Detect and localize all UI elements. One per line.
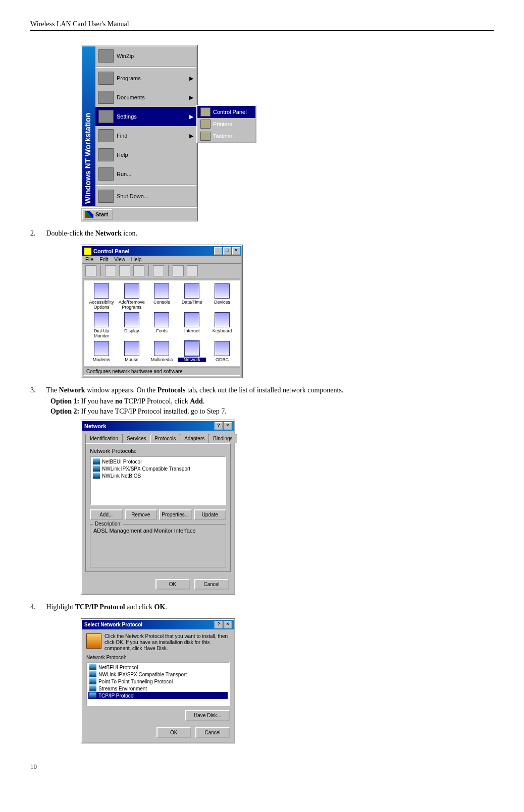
cpl-dialup[interactable]: Dial-Up Monitor — [87, 312, 116, 339]
step-number: 2. — [30, 229, 44, 238]
control-panel-icon — [84, 248, 91, 255]
startmenu-label: WinZip — [117, 53, 134, 59]
step-text: icon. — [122, 229, 137, 237]
option-bold: no — [115, 397, 123, 405]
tab-identification[interactable]: Identification — [85, 434, 123, 443]
tab-adapters[interactable]: Adapters — [180, 434, 209, 443]
protocols-listbox[interactable]: NetBEUI Protocol NWLink IPX/SPX Compatib… — [90, 456, 226, 505]
minimize-button[interactable]: _ — [214, 247, 222, 255]
step-2: 2. Double-click the Network icon. — [30, 229, 494, 238]
list-item-label: NetBEUI Protocol — [98, 665, 138, 670]
cpl-label: Modems — [87, 358, 116, 363]
toolbar-icon[interactable] — [187, 265, 198, 276]
cpl-label: Mouse — [118, 358, 146, 363]
cancel-button[interactable]: Cancel — [194, 579, 229, 590]
cpl-devices[interactable]: Devices — [208, 283, 236, 310]
menubar: File Edit View Help — [82, 256, 241, 263]
tab-bindings[interactable]: Bindings — [208, 434, 237, 443]
step-4: 4. Highlight TCP/IP Protocol and click O… — [30, 603, 494, 611]
tab-protocols[interactable]: Protocols — [150, 434, 181, 443]
cpl-datetime[interactable]: Date/Time — [178, 283, 206, 310]
toolbar-icon[interactable] — [133, 265, 144, 276]
list-item[interactable]: NetBEUI Protocol — [88, 664, 228, 671]
cpl-label: Devices — [208, 300, 236, 305]
protocol-icon — [89, 685, 96, 691]
cpl-internet[interactable]: Internet — [178, 312, 206, 339]
startmenu-item-documents[interactable]: Documents ▶ — [95, 88, 196, 107]
menu-view[interactable]: View — [114, 257, 125, 262]
option-2: Option 2: If you have TCP/IP Protocol in… — [50, 408, 494, 416]
toolbar-icon[interactable] — [153, 265, 164, 276]
maximize-button[interactable]: □ — [223, 247, 231, 255]
cpl-multimedia[interactable]: Multimedia — [148, 341, 176, 363]
windows-flag-icon — [85, 211, 93, 218]
list-item[interactable]: Streams Environment — [88, 685, 228, 692]
list-item[interactable]: TCP/IP Protocol — [88, 692, 228, 699]
description-group: Description: ADSL Management and Monitor… — [90, 524, 226, 567]
flyout-item-control-panel[interactable]: Control Panel — [197, 106, 255, 118]
list-item[interactable]: Point To Point Tunneling Protocol — [88, 678, 228, 685]
description-text: ADSL Management and Monitor Interface — [93, 528, 223, 534]
toolbar-icon[interactable] — [85, 265, 96, 276]
menu-help[interactable]: Help — [131, 257, 142, 262]
menu-edit[interactable]: Edit — [99, 257, 108, 262]
startmenu-item-winzip[interactable]: WinZip — [95, 46, 196, 66]
list-item[interactable]: NetBEUI Protocol — [92, 458, 224, 465]
close-button[interactable]: × — [232, 247, 240, 255]
toolbar-icon[interactable] — [173, 265, 184, 276]
close-button[interactable]: × — [224, 422, 232, 430]
cpl-modems[interactable]: Modems — [87, 341, 116, 363]
update-button[interactable]: Update — [194, 509, 227, 520]
ok-button[interactable]: OK — [156, 727, 191, 738]
start-button[interactable]: Start — [82, 209, 113, 220]
startmenu-item-find[interactable]: Find ▶ — [95, 126, 196, 145]
step-bold: Network — [95, 229, 122, 237]
cpl-label: Keyboard — [208, 329, 236, 334]
startmenu-item-shutdown[interactable]: Shut Down... — [95, 187, 196, 206]
cpl-addremove[interactable]: Add/Remove Programs — [118, 283, 146, 310]
cpl-display[interactable]: Display — [118, 312, 146, 339]
cpl-label: ODBC — [208, 358, 236, 363]
step-text: tab, check out the list of installed net… — [185, 386, 343, 394]
properties-button[interactable]: Properties... — [159, 509, 192, 520]
list-item[interactable]: NWLink IPX/SPX Compatible Transport — [92, 465, 224, 472]
control-panel-titlebar: Control Panel _ □ × — [82, 246, 241, 256]
cancel-button[interactable]: Cancel — [195, 727, 230, 738]
startmenu-item-help[interactable]: Help — [95, 145, 196, 164]
cpl-odbc[interactable]: ODBC — [208, 341, 236, 363]
close-button[interactable]: × — [224, 621, 232, 628]
startmenu-item-run[interactable]: Run... — [95, 164, 196, 184]
cpl-fonts[interactable]: Fonts — [148, 312, 176, 339]
settings-icon — [98, 110, 114, 123]
protocol-icon — [93, 458, 100, 465]
list-item[interactable]: NWLink IPX/SPX Compatible Transport — [88, 671, 228, 678]
protocol-icon — [93, 466, 100, 472]
cpl-label: Display — [118, 329, 146, 334]
tab-services[interactable]: Services — [122, 434, 150, 443]
toolbar-icon[interactable] — [105, 265, 116, 276]
control-panel-screenshot: Control Panel _ □ × File Edit View Help — [81, 245, 243, 378]
cpl-console[interactable]: Console — [148, 283, 176, 310]
cpl-accessibility[interactable]: Accessibility Options — [87, 283, 116, 310]
cpl-keyboard[interactable]: Keyboard — [208, 312, 236, 339]
flyout-item-taskbar[interactable]: Taskbar... — [197, 130, 255, 142]
cpl-mouse[interactable]: Mouse — [118, 341, 146, 363]
protocol-listbox[interactable]: NetBEUI Protocol NWLink IPX/SPX Compatib… — [86, 662, 230, 706]
remove-button[interactable]: Remove — [125, 509, 158, 520]
add-button[interactable]: Add... — [90, 509, 123, 520]
help-button[interactable]: ? — [215, 621, 223, 628]
list-item[interactable]: NWLink NetBIOS — [92, 472, 224, 479]
startmenu-label: Run... — [117, 171, 131, 177]
startmenu-item-settings[interactable]: Settings ▶ Control Panel Printers — [95, 107, 196, 126]
menu-file[interactable]: File — [85, 257, 93, 262]
have-disk-button[interactable]: Have Disk... — [185, 710, 230, 721]
help-button[interactable]: ? — [215, 422, 223, 430]
list-item-label: Point To Point Tunneling Protocol — [98, 679, 173, 684]
cpl-network[interactable]: Network — [178, 341, 206, 363]
startmenu-item-programs[interactable]: Programs ▶ — [95, 69, 196, 88]
select-protocol-titlebar: Select Network Protocol ? × — [82, 620, 234, 629]
toolbar-icon[interactable] — [119, 265, 130, 276]
ok-button[interactable]: OK — [155, 579, 190, 590]
modems-icon — [94, 341, 109, 356]
flyout-item-printers[interactable]: Printers — [197, 118, 255, 130]
